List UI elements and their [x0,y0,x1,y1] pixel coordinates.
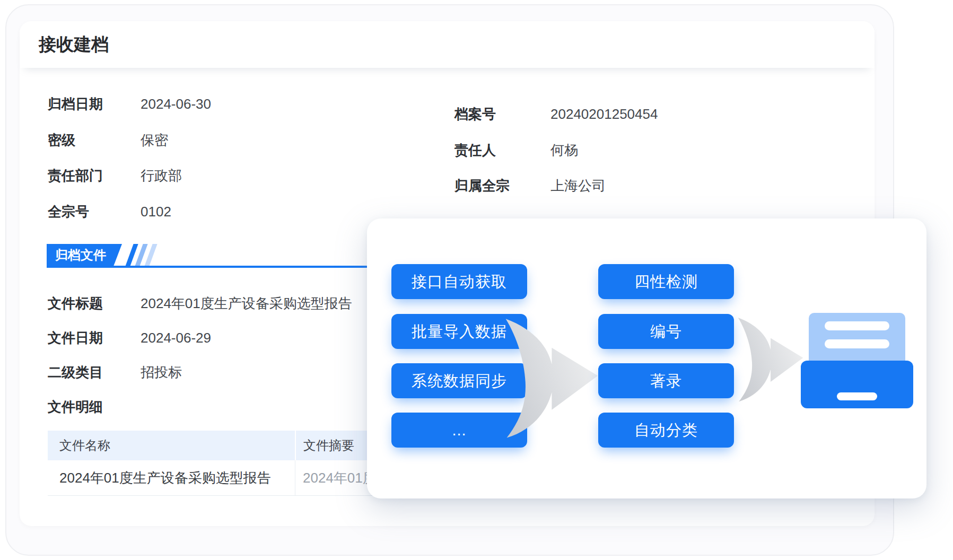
flow-arrow-right-icon [499,310,602,440]
flow-button-api-auto-fetch[interactable]: 接口自动获取 [391,264,527,299]
flow-overlay-card: 接口自动获取 批量导入数据 系统数据同步 ... 四性检测 编号 著录 自动分类 [367,218,926,498]
archive-date-label: 归档日期 [48,95,103,112]
drawer-handle [837,392,877,400]
second-category-value: 招投标 [141,364,182,381]
file-detail-label: 文件明细 [48,398,103,415]
fonds-number-label: 全宗号 [48,203,89,220]
belong-fonds-value: 上海公司 [550,177,606,194]
security-level-value: 保密 [141,132,168,148]
flow-button-four-checks[interactable]: 四性检测 [598,264,734,299]
flow-button-cataloging[interactable]: 著录 [598,363,734,398]
flow-button-numbering[interactable]: 编号 [598,314,734,349]
section-tag-archived-files: 归档文件 [47,244,122,266]
document-line [825,321,889,330]
card-header: 接收建档 [20,21,875,68]
document-line [825,339,889,348]
resp-person-value: 何杨 [550,142,578,159]
file-title-label: 文件标题 [48,295,103,312]
resp-department-value: 行政部 [141,167,182,184]
fonds-number-value: 0102 [141,203,171,220]
table-header-file-name: 文件名称 [48,431,295,460]
flow-arrow-right-icon [733,312,806,403]
file-date-label: 文件日期 [48,329,103,346]
belong-fonds-label: 归属全宗 [454,177,510,194]
page: 接收建档 归档日期 2024-06-30 密级 保密 责任部门 行政部 全宗号 … [0,0,953,560]
file-date-value: 2024-06-29 [141,329,211,346]
second-category-label: 二级类目 [48,364,103,381]
archive-date-value: 2024-06-30 [141,95,211,112]
table-cell-file-name: 2024年01度生产设备采购选型报告 [48,460,295,495]
archive-number-label: 档案号 [454,106,496,122]
file-title-value: 2024年01度生产设备采购选型报告 [141,295,352,312]
archive-number-value: 20240201250454 [550,106,658,122]
page-title: 接收建档 [39,35,109,54]
archive-drawer-icon [801,361,913,408]
resp-person-label: 责任人 [454,142,496,159]
security-level-label: 密级 [48,132,75,148]
flow-button-auto-classify[interactable]: 自动分类 [598,413,734,448]
resp-department-label: 责任部门 [48,167,103,184]
